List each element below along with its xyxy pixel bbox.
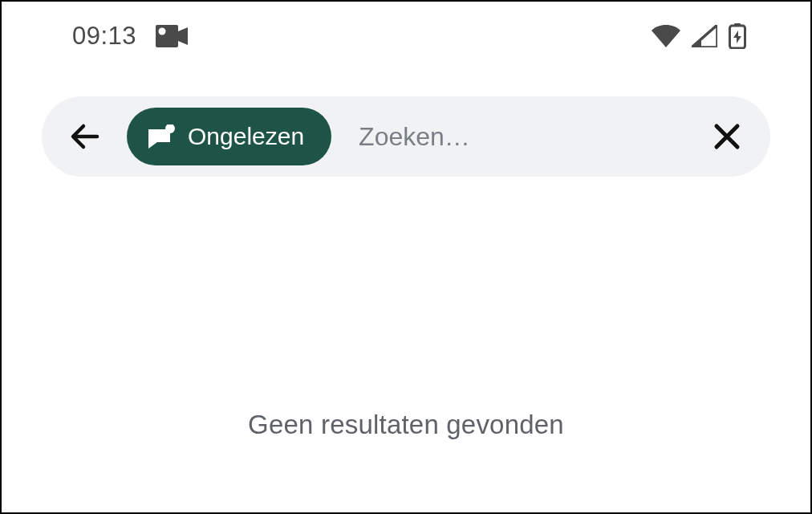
wifi-icon bbox=[652, 25, 680, 47]
close-button[interactable] bbox=[708, 117, 746, 156]
unread-icon bbox=[146, 124, 175, 149]
close-icon bbox=[712, 121, 742, 152]
empty-state-message: Geen resultaten gevonden bbox=[2, 410, 810, 440]
svg-point-1 bbox=[159, 28, 166, 35]
status-bar: 09:13 bbox=[2, 2, 810, 64]
status-bar-right bbox=[652, 23, 788, 49]
video-recording-icon bbox=[156, 25, 188, 47]
svg-rect-0 bbox=[156, 25, 178, 47]
filter-chip-unread[interactable]: Ongelezen bbox=[127, 108, 331, 165]
back-button[interactable] bbox=[66, 117, 104, 156]
search-bar: Ongelezen bbox=[42, 96, 770, 177]
signal-icon bbox=[692, 25, 717, 47]
battery-icon bbox=[729, 23, 746, 49]
arrow-left-icon bbox=[69, 120, 101, 153]
clock: 09:13 bbox=[72, 22, 136, 51]
status-bar-left: 09:13 bbox=[24, 22, 188, 51]
search-input[interactable] bbox=[359, 122, 685, 152]
filter-chip-label: Ongelezen bbox=[188, 123, 304, 150]
